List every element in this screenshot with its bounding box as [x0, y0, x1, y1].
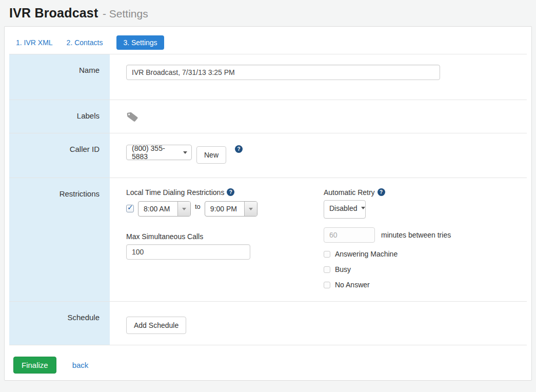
caller-id-row: Caller ID (800) 355-5883 New ?	[9, 133, 527, 178]
caller-id-selected-value: (800) 355-5883	[132, 144, 179, 161]
local-time-title: Local Time Dialing Restrictions	[126, 188, 224, 197]
schedule-label: Schedule	[9, 302, 110, 345]
name-row: Name	[9, 54, 527, 100]
tab-ivr-xml[interactable]: 1. IVR XML	[16, 38, 53, 47]
local-time-checkbox-checked[interactable]	[126, 205, 134, 212]
chevron-down-icon	[177, 202, 190, 216]
retry-title-line: Automatic Retry?	[324, 188, 527, 197]
time-from-value: 8:00 AM	[138, 202, 177, 216]
caller-id-select[interactable]: (800) 355-5883	[126, 145, 192, 160]
restrictions-label: Restrictions	[9, 178, 110, 301]
wizard-tabs: 1. IVR XML 2. Contacts 3. Settings	[9, 31, 527, 54]
finalize-button[interactable]: Finalize	[13, 357, 56, 374]
no-answer-checkbox[interactable]	[324, 282, 330, 288]
retry-option-row: No Answer	[324, 281, 527, 289]
labels-row: Labels	[9, 100, 527, 133]
local-time-help-icon[interactable]: ?	[227, 188, 234, 196]
to-label: to	[195, 203, 201, 210]
page-header: IVR Broadcast - Settings	[0, 0, 536, 26]
answering-machine-label: Answering Machine	[335, 250, 398, 258]
caller-id-label: Caller ID	[9, 133, 110, 178]
retry-title: Automatic Retry	[324, 188, 375, 197]
retry-option-row: Busy	[324, 265, 527, 273]
page-subtitle: - Settings	[103, 8, 148, 19]
local-time-title-line: Local Time Dialing Restrictions?	[126, 188, 324, 197]
tab-contacts[interactable]: 2. Contacts	[67, 38, 103, 47]
no-answer-label: No Answer	[335, 281, 370, 289]
name-label: Name	[9, 54, 110, 100]
name-input[interactable]	[126, 65, 440, 80]
caller-id-help-icon[interactable]: ?	[235, 145, 243, 153]
retry-option-row: Answering Machine	[324, 250, 527, 258]
add-schedule-button[interactable]: Add Schedule	[126, 317, 186, 334]
tab-settings-active[interactable]: 3. Settings	[116, 35, 164, 50]
max-calls-title: Max Simultaneous Calls	[126, 232, 324, 241]
retry-select[interactable]: Disabled	[324, 200, 366, 219]
settings-panel: 1. IVR XML 2. Contacts 3. Settings Name …	[4, 26, 532, 381]
retry-minutes-label: minutes between tries	[381, 231, 451, 239]
time-to-value: 9:00 PM	[205, 202, 244, 216]
settings-form: Name Labels Caller ID (8	[9, 54, 527, 345]
page-title: IVR Broadcast	[9, 6, 98, 20]
restrictions-row: Restrictions Local Time Dialing Restrict…	[9, 178, 527, 301]
tag-icon[interactable]	[126, 111, 138, 124]
schedule-row: Schedule Add Schedule	[9, 301, 527, 345]
new-caller-id-button[interactable]: New	[196, 146, 226, 164]
footer-actions: Finalize back	[9, 357, 527, 374]
answering-machine-checkbox[interactable]	[324, 251, 330, 258]
time-from-select[interactable]: 8:00 AM	[138, 201, 191, 217]
retry-selected-value: Disabled	[329, 204, 357, 212]
retry-minutes-input	[324, 227, 375, 243]
busy-checkbox[interactable]	[324, 266, 330, 273]
time-to-select[interactable]: 9:00 PM	[205, 201, 257, 217]
chevron-down-icon	[183, 151, 187, 154]
max-calls-input[interactable]	[126, 244, 250, 260]
busy-label: Busy	[335, 265, 351, 273]
chevron-down-icon	[361, 207, 365, 209]
chevron-down-icon	[244, 202, 257, 216]
retry-help-icon[interactable]: ?	[378, 188, 385, 196]
labels-label: Labels	[9, 100, 110, 133]
back-link[interactable]: back	[72, 361, 89, 369]
